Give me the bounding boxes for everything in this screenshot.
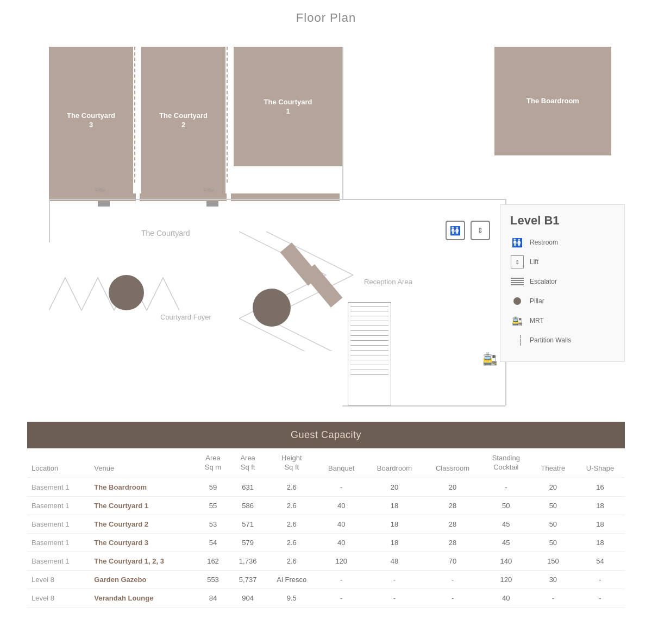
mrt-icon-map: 🚉 bbox=[482, 352, 497, 366]
table-row: Basement 1The Courtyard 3545792.64018284… bbox=[27, 533, 625, 552]
partition-line-1 bbox=[134, 47, 135, 183]
cell-value: 140 bbox=[481, 552, 531, 570]
cell-value: - bbox=[424, 589, 481, 607]
cell-value: 48 bbox=[365, 552, 424, 570]
cell-value: 54 bbox=[196, 533, 230, 552]
cell-value: - bbox=[575, 589, 625, 607]
legend-restroom-icon: 🚻 bbox=[510, 235, 524, 249]
cell-value: 579 bbox=[230, 533, 266, 552]
cell-value: 553 bbox=[196, 570, 230, 589]
cell-value: 40 bbox=[318, 533, 365, 552]
col-banquet: Banquet bbox=[318, 448, 365, 478]
table-row: Basement 1The Courtyard 2535712.64018284… bbox=[27, 515, 625, 533]
cell-value: - bbox=[365, 570, 424, 589]
legend-restroom-label: Restroom bbox=[530, 239, 558, 246]
cell-value: 30 bbox=[531, 570, 575, 589]
foyer-pillar-2 bbox=[253, 289, 291, 327]
cell-value: - bbox=[481, 478, 531, 496]
svg-point-5 bbox=[122, 208, 135, 221]
cell-location: Basement 1 bbox=[27, 515, 90, 533]
notch-row-3 bbox=[231, 193, 340, 226]
cell-value: 53 bbox=[196, 515, 230, 533]
room-courtyard3: The Courtyard 3 bbox=[49, 47, 133, 193]
cell-value: - bbox=[318, 570, 365, 589]
cell-value: 28 bbox=[424, 533, 481, 552]
room-boardroom: The Boardroom bbox=[494, 47, 611, 155]
cell-value: 18 bbox=[365, 515, 424, 533]
svg-rect-13 bbox=[140, 193, 227, 201]
cell-value: 5,737 bbox=[230, 570, 266, 589]
col-theatre: Theatre bbox=[531, 448, 575, 478]
col-height: HeightSq ft bbox=[266, 448, 318, 478]
cell-value: 18 bbox=[575, 515, 625, 533]
vert-wall-right bbox=[342, 47, 343, 199]
stairs-grid bbox=[348, 302, 391, 405]
cell-value: - bbox=[424, 570, 481, 589]
cell-value: 1,736 bbox=[230, 552, 266, 570]
notch-row-1 bbox=[49, 193, 136, 226]
cell-value: 20 bbox=[531, 478, 575, 496]
table-row: Level 8Garden Gazebo5535,737Al Fresco---… bbox=[27, 570, 625, 589]
cell-venue: The Courtyard 1 bbox=[90, 496, 196, 515]
mrt-symbol: 🚉 bbox=[512, 316, 523, 326]
cell-value: 18 bbox=[575, 533, 625, 552]
restroom-icon-map: 🚻 bbox=[446, 221, 465, 240]
cell-value: 120 bbox=[318, 552, 365, 570]
capacity-table: Location Venue AreaSq m AreaSq ft Height… bbox=[27, 448, 625, 608]
cell-venue: The Boardroom bbox=[90, 478, 196, 496]
svg-point-2 bbox=[70, 208, 83, 221]
cell-value: 40 bbox=[481, 589, 531, 607]
legend-mrt: 🚉 MRT bbox=[510, 314, 615, 328]
col-standing: StandingCocktail bbox=[481, 448, 531, 478]
foyer-pillar-1 bbox=[109, 275, 144, 310]
col-venue: Venue bbox=[90, 448, 196, 478]
legend-escalator: Escalator bbox=[510, 274, 615, 289]
cell-venue: The Courtyard 2 bbox=[90, 515, 196, 533]
room-courtyard1: The Courtyard 1 bbox=[234, 47, 342, 166]
cell-value: 45 bbox=[481, 533, 531, 552]
notch-row-2 bbox=[140, 193, 227, 226]
cell-value: 2.6 bbox=[266, 552, 318, 570]
cell-value: 2.6 bbox=[266, 533, 318, 552]
lift-symbol: ⇕ bbox=[511, 255, 524, 268]
facility-icons-row: 🚻 ⇕ bbox=[446, 221, 490, 240]
table-row: Basement 1The Courtyard 1, 2, 31621,7362… bbox=[27, 552, 625, 570]
cell-venue: The Courtyard 1, 2, 3 bbox=[90, 552, 196, 570]
cell-location: Basement 1 bbox=[27, 552, 90, 570]
legend-mrt-label: MRT bbox=[530, 317, 544, 324]
svg-point-18 bbox=[292, 208, 305, 221]
legend-pillar-label: Pillar bbox=[530, 297, 544, 305]
cell-value: - bbox=[531, 589, 575, 607]
cell-value: 120 bbox=[481, 570, 531, 589]
col-area-sqm: AreaSq m bbox=[196, 448, 230, 478]
cell-value: 70 bbox=[424, 552, 481, 570]
cell-value: 2.6 bbox=[266, 496, 318, 515]
cell-location: Level 8 bbox=[27, 570, 90, 589]
legend-level-bold: B1 bbox=[544, 214, 559, 227]
legend-box: Level B1 🚻 Restroom ⇕ Lift bbox=[500, 204, 625, 362]
cell-value: 20 bbox=[365, 478, 424, 496]
legend-partition: Partition Walls bbox=[510, 333, 615, 347]
legend-partition-label: Partition Walls bbox=[530, 336, 571, 344]
legend-lift: ⇕ Lift bbox=[510, 255, 615, 269]
cell-location: Level 8 bbox=[27, 589, 90, 607]
svg-point-10 bbox=[178, 208, 191, 221]
reception-label: Reception Area bbox=[364, 278, 412, 286]
cell-location: Basement 1 bbox=[27, 496, 90, 515]
cell-value: 904 bbox=[230, 589, 266, 607]
legend-pillar: Pillar bbox=[510, 294, 615, 308]
cell-value: 18 bbox=[365, 496, 424, 515]
table-row: Level 8Verandah Lounge849049.5---40-- bbox=[27, 589, 625, 607]
svg-point-3 bbox=[87, 208, 100, 221]
pillar-label-2: Pillar bbox=[204, 187, 215, 193]
svg-point-9 bbox=[160, 208, 173, 221]
svg-rect-6 bbox=[49, 193, 136, 201]
legend-restroom: 🚻 Restroom bbox=[510, 235, 615, 249]
cell-value: - bbox=[365, 589, 424, 607]
table-title: Guest Capacity bbox=[27, 422, 625, 448]
cell-value: 50 bbox=[481, 496, 531, 515]
legend-level-light: Level bbox=[510, 214, 544, 227]
cell-venue: Verandah Lounge bbox=[90, 589, 196, 607]
legend-pillar-icon bbox=[510, 294, 524, 308]
svg-point-15 bbox=[235, 208, 248, 221]
